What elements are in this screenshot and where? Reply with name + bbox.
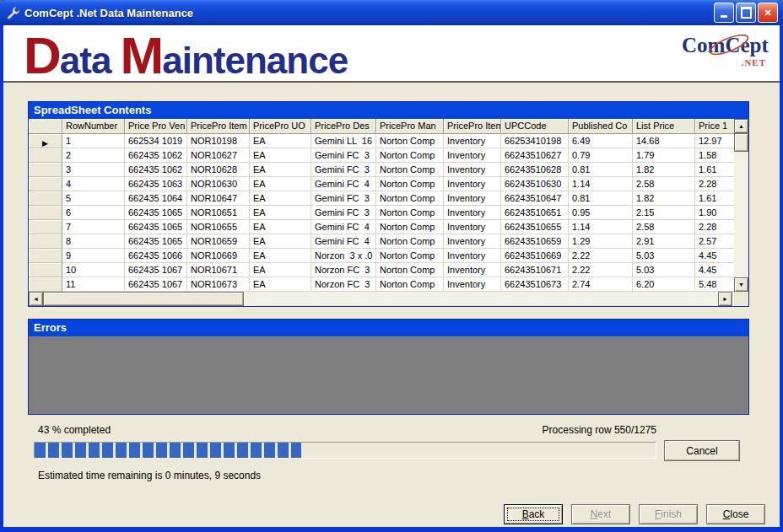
grid-cell[interactable]: 2.15 bbox=[633, 206, 695, 220]
grid-cell[interactable]: Norton Comp bbox=[376, 163, 444, 177]
grid-column-header[interactable]: PricePro Item bbox=[444, 119, 501, 134]
grid-cell[interactable]: 1.14 bbox=[569, 177, 633, 191]
grid-cell[interactable]: NOR10651 bbox=[187, 206, 250, 220]
grid-cell[interactable]: NOR10659 bbox=[187, 234, 250, 249]
row-selector-cell[interactable] bbox=[29, 249, 62, 263]
grid-cell[interactable]: Norzon FC 3 bbox=[311, 263, 376, 277]
vertical-scrollbar[interactable]: ▲ ▼ bbox=[734, 119, 748, 292]
grid-cell[interactable]: Inventory bbox=[444, 191, 501, 206]
vertical-scrollbar-thumb[interactable] bbox=[734, 133, 748, 152]
grid-cell[interactable]: NOR10673 bbox=[187, 277, 250, 292]
grid-column-header[interactable]: UPCCode bbox=[501, 119, 569, 134]
grid-cell[interactable]: 4 bbox=[62, 177, 125, 191]
grid-cell[interactable]: Inventory bbox=[444, 134, 501, 148]
grid-cell[interactable]: EA bbox=[250, 263, 311, 277]
grid-cell[interactable]: 662534 1019 bbox=[125, 134, 187, 148]
grid-cell[interactable]: Norton Comp bbox=[376, 148, 444, 163]
grid-cell[interactable]: NOR10198 bbox=[187, 134, 250, 148]
grid-cell[interactable]: 66243510630 bbox=[501, 177, 569, 191]
grid-cell[interactable]: 66243510671 bbox=[501, 263, 569, 277]
grid-cell[interactable]: NOR10627 bbox=[187, 148, 250, 163]
grid-cell[interactable]: EA bbox=[250, 163, 311, 177]
grid-cell[interactable]: Norton Comp bbox=[376, 234, 444, 249]
grid-cell[interactable]: Inventory bbox=[444, 277, 501, 292]
row-selector-cell[interactable] bbox=[29, 220, 62, 234]
grid-cell[interactable]: Gemini LL 16 bbox=[311, 134, 376, 148]
grid-column-header[interactable]: PricePro Item bbox=[187, 119, 250, 134]
grid-cell[interactable]: 6 bbox=[62, 206, 125, 220]
grid-cell[interactable]: 0.95 bbox=[569, 206, 633, 220]
grid-row[interactable]: 7662435 1065NOR10655EAGemini FC 4Norton … bbox=[29, 220, 748, 234]
cancel-button[interactable]: Cancel bbox=[664, 440, 740, 461]
grid-cell[interactable]: Gemini FC 4 bbox=[311, 234, 376, 249]
grid-cell[interactable]: 8 bbox=[62, 234, 125, 249]
grid-cell[interactable]: NOR10671 bbox=[187, 263, 250, 277]
grid-cell[interactable]: 66243510659 bbox=[501, 234, 569, 249]
grid-cell[interactable]: EA bbox=[250, 234, 311, 249]
grid-cell[interactable]: 14.68 bbox=[633, 134, 695, 148]
grid-cell[interactable]: Inventory bbox=[444, 206, 501, 220]
grid-column-header[interactable]: RowNumber bbox=[62, 119, 125, 134]
grid-cell[interactable]: 66243510651 bbox=[501, 206, 569, 220]
grid-cell[interactable]: Norzon 3 x .0 bbox=[311, 249, 376, 263]
scroll-left-button[interactable]: ◄ bbox=[29, 292, 43, 306]
grid-cell[interactable]: Inventory bbox=[444, 163, 501, 177]
grid-cell[interactable]: NOR10630 bbox=[187, 177, 250, 191]
horizontal-scrollbar-thumb[interactable] bbox=[43, 292, 244, 306]
grid-cell[interactable]: Gemini FC 3 bbox=[311, 148, 376, 163]
grid-cell[interactable]: Norton Comp bbox=[376, 191, 444, 206]
grid-cell[interactable]: NOR10655 bbox=[187, 220, 250, 234]
grid-cell[interactable]: Norton Comp bbox=[376, 177, 444, 191]
grid-cell[interactable]: Norton Comp bbox=[376, 206, 444, 220]
grid-cell[interactable]: Norton Comp bbox=[376, 220, 444, 234]
grid-cell[interactable]: EA bbox=[250, 277, 311, 292]
scroll-up-button[interactable]: ▲ bbox=[734, 119, 748, 133]
grid-cell[interactable]: 10 bbox=[62, 263, 125, 277]
grid-cell[interactable]: 662435 1062 bbox=[125, 148, 187, 163]
grid-cell[interactable]: 662435 1067 bbox=[125, 277, 187, 292]
row-selector-cell[interactable] bbox=[29, 177, 62, 191]
grid-cell[interactable]: 662435 1065 bbox=[125, 220, 187, 234]
grid-column-header[interactable]: Price Pro Ven bbox=[125, 119, 187, 134]
grid-cell[interactable]: Norton Comp bbox=[376, 277, 444, 292]
minimize-button[interactable] bbox=[714, 3, 734, 23]
grid-cell[interactable]: 2.22 bbox=[569, 263, 633, 277]
grid-cell[interactable]: EA bbox=[250, 148, 311, 163]
grid-cell[interactable]: 662435 1065 bbox=[125, 234, 187, 249]
grid-cell[interactable]: Inventory bbox=[444, 263, 501, 277]
grid-cell[interactable]: Norton Comp bbox=[376, 249, 444, 263]
grid-cell[interactable]: 662435 1065 bbox=[125, 206, 187, 220]
close-button[interactable]: Close bbox=[706, 504, 765, 524]
row-selector-cell[interactable] bbox=[29, 277, 62, 292]
grid-cell[interactable]: EA bbox=[250, 191, 311, 206]
grid-cell[interactable]: 3 bbox=[62, 163, 125, 177]
grid-column-header[interactable]: PricePro UO bbox=[250, 119, 311, 134]
grid-cell[interactable]: 5.03 bbox=[633, 263, 695, 277]
grid-cell[interactable]: 662435 1067 bbox=[125, 263, 187, 277]
title-bar[interactable]: ComCept .Net Data Maintenance ✕ bbox=[0, 0, 783, 25]
grid-row[interactable]: 2662435 1062NOR10627EAGemini FC 3Norton … bbox=[29, 148, 748, 163]
grid-column-header[interactable]: PricePro Man bbox=[376, 119, 444, 134]
grid-cell[interactable]: 1.79 bbox=[633, 148, 695, 163]
grid-cell[interactable]: Norton Comp bbox=[376, 134, 444, 148]
grid-cell[interactable]: 66243510628 bbox=[501, 163, 569, 177]
grid-column-header[interactable]: PricePro Des bbox=[311, 119, 376, 134]
titlebar-close-button[interactable]: ✕ bbox=[758, 3, 778, 23]
grid-cell[interactable]: EA bbox=[250, 206, 311, 220]
row-selector-cell[interactable] bbox=[29, 206, 62, 220]
row-selector-cell[interactable] bbox=[29, 191, 62, 206]
grid-cell[interactable]: 2.91 bbox=[633, 234, 695, 249]
grid-cell[interactable]: EA bbox=[250, 134, 311, 148]
grid-cell[interactable]: Gemini FC 4 bbox=[311, 220, 376, 234]
grid-cell[interactable]: EA bbox=[250, 249, 311, 263]
grid-cell[interactable]: Norton Comp bbox=[376, 263, 444, 277]
grid-row[interactable]: 8662435 1065NOR10659EAGemini FC 4Norton … bbox=[29, 234, 748, 249]
grid-row[interactable]: 10662435 1067NOR10671EANorzon FC 3Norton… bbox=[29, 263, 748, 277]
grid-cell[interactable]: Inventory bbox=[444, 249, 501, 263]
grid-cell[interactable]: 5.03 bbox=[633, 249, 695, 263]
grid-cell[interactable]: 2.58 bbox=[633, 220, 695, 234]
grid-cell[interactable]: EA bbox=[250, 177, 311, 191]
grid-cell[interactable]: 6.49 bbox=[569, 134, 633, 148]
grid-row[interactable]: 9662435 1066NOR10669EANorzon 3 x .0Norto… bbox=[29, 249, 748, 263]
grid-cell[interactable]: NOR10669 bbox=[187, 249, 250, 263]
